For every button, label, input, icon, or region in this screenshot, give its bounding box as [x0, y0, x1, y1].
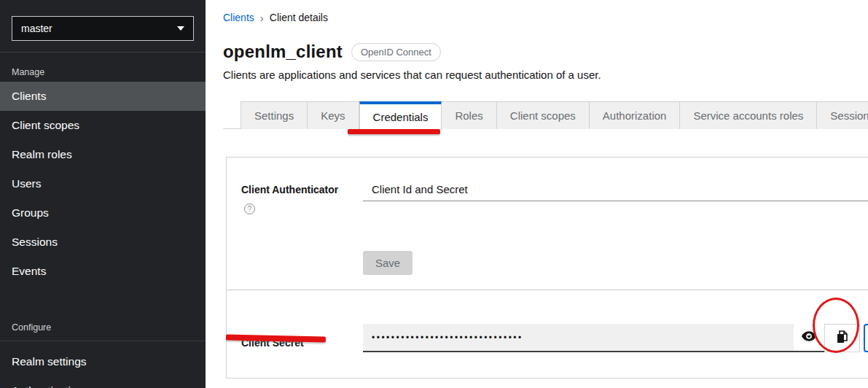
sidebar-item-events[interactable]: Events: [0, 257, 206, 286]
client-secret-row: Client Secret: [241, 324, 868, 352]
client-authenticator-label-cell: Client Authenticator: [241, 178, 363, 214]
show-secret-button[interactable]: [794, 324, 824, 352]
sidebar: master Manage Clients Client scopes Real…: [0, 0, 206, 388]
sidebar-item-realm-roles[interactable]: Realm roles: [0, 140, 206, 169]
breadcrumb: Clients › Client details: [223, 12, 868, 23]
sidebar-item-groups[interactable]: Groups: [0, 198, 206, 228]
breadcrumb-separator-icon: ›: [260, 12, 264, 23]
nav-section-configure: Configure: [0, 308, 206, 333]
tab-authorization[interactable]: Authorization: [590, 101, 681, 129]
client-secret-label-cell: Client Secret: [241, 324, 363, 349]
page-title: openlm_client: [223, 42, 343, 62]
manage-nav-list: Clients Client scopes Realm roles Users …: [0, 82, 206, 286]
main-content: Clients › Client details openlm_client O…: [206, 0, 868, 388]
realm-name: master: [21, 23, 52, 34]
breadcrumb-clients-link[interactable]: Clients: [223, 12, 254, 23]
copy-icon: [836, 330, 849, 346]
regenerate-button[interactable]: [864, 324, 868, 352]
tab-keys[interactable]: Keys: [308, 101, 359, 129]
save-button[interactable]: Save: [363, 251, 413, 275]
save-row: Save: [241, 251, 868, 275]
sidebar-item-users[interactable]: Users: [0, 169, 206, 198]
sidebar-item-clients[interactable]: Clients: [0, 82, 206, 111]
eye-icon: [802, 331, 816, 344]
client-secret-label: Client Secret: [241, 331, 363, 349]
client-authenticator-label: Client Authenticator: [241, 178, 363, 195]
sidebar-item-authentication[interactable]: Authentication: [0, 376, 206, 388]
client-authenticator-select[interactable]: Client Id and Secret: [363, 178, 868, 201]
realm-selector-section: master: [0, 0, 206, 53]
client-authenticator-row: Client Authenticator Client Id and Secre…: [241, 178, 868, 214]
client-tabs: Settings Keys Credentials Roles Client s…: [223, 101, 868, 129]
tab-client-scopes[interactable]: Client scopes: [497, 101, 590, 129]
sidebar-item-realm-settings[interactable]: Realm settings: [0, 347, 206, 376]
nav-section-manage: Manage: [0, 53, 206, 77]
realm-selector[interactable]: master: [12, 16, 194, 41]
client-secret-input-group: [363, 324, 868, 352]
page-description: Clients are applications and services th…: [223, 69, 868, 81]
tab-credentials[interactable]: Credentials: [359, 101, 442, 130]
client-secret-input[interactable]: [363, 324, 794, 352]
tab-roles[interactable]: Roles: [442, 101, 496, 129]
breadcrumb-current: Client details: [270, 12, 328, 23]
section-divider: [227, 290, 868, 290]
caret-down-icon: [177, 26, 184, 31]
page-header: openlm_client OpenID Connect: [223, 42, 868, 62]
nav-divider: [0, 341, 206, 341]
copy-secret-button[interactable]: [824, 324, 860, 352]
keycloak-admin-console: master Manage Clients Client scopes Real…: [0, 0, 868, 388]
configure-nav-list: Realm settings Authentication: [0, 347, 206, 388]
protocol-badge: OpenID Connect: [351, 43, 441, 61]
sidebar-item-sessions[interactable]: Sessions: [0, 228, 206, 257]
sidebar-item-client-scopes[interactable]: Client scopes: [0, 111, 206, 140]
credentials-card: Client Authenticator Client Id and Secre…: [226, 157, 868, 379]
help-icon[interactable]: [244, 203, 255, 214]
tab-service-accounts-roles[interactable]: Service accounts roles: [680, 101, 817, 129]
tab-settings[interactable]: Settings: [241, 101, 308, 129]
tab-sessions[interactable]: Sessions: [817, 101, 868, 129]
